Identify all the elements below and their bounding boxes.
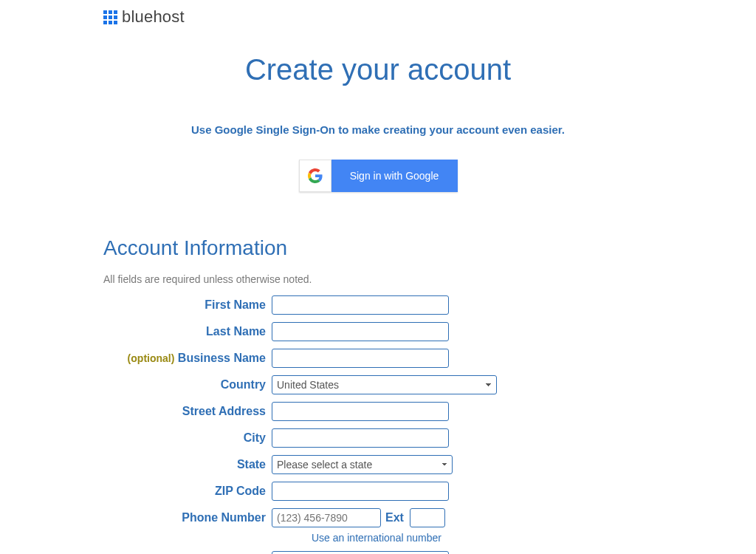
required-fields-note: All fields are required unless otherwise… <box>103 273 664 285</box>
city-field[interactable] <box>272 428 449 448</box>
google-icon <box>299 160 331 192</box>
country-select[interactable]: United States <box>272 375 497 394</box>
phone-field[interactable] <box>272 508 381 527</box>
ext-field[interactable] <box>410 508 445 527</box>
first-name-field[interactable] <box>272 295 449 315</box>
sign-in-with-google-button[interactable]: Sign in with Google <box>299 160 458 192</box>
last-name-field[interactable] <box>272 322 449 341</box>
label-ext: Ext <box>385 511 404 524</box>
grid-icon <box>103 10 117 24</box>
brand-logo: bluehost <box>103 7 756 27</box>
label-last-name: Last Name <box>103 325 272 338</box>
label-country: Country <box>103 378 272 391</box>
label-phone: Phone Number <box>103 511 272 524</box>
label-street-address: Street Address <box>103 405 272 418</box>
email-field[interactable] <box>272 551 449 554</box>
zip-field[interactable] <box>272 482 449 501</box>
optional-tag: (optional) <box>128 352 175 364</box>
section-title-account-info: Account Information <box>103 236 664 260</box>
page-title: Create your account <box>0 53 756 86</box>
label-business-name: Business Name <box>178 352 266 364</box>
brand-name: bluehost <box>122 7 185 27</box>
label-city: City <box>103 431 272 445</box>
label-zip: ZIP Code <box>103 485 272 498</box>
label-first-name: First Name <box>103 298 272 312</box>
label-state: State <box>103 458 272 471</box>
sso-blurb: Use Google Single Sign-On to make creati… <box>0 123 756 136</box>
state-select[interactable]: Please select a state <box>272 455 453 474</box>
business-name-field[interactable] <box>272 349 449 368</box>
google-button-label: Sign in with Google <box>331 160 458 192</box>
street-address-field[interactable] <box>272 402 449 421</box>
international-number-link[interactable]: Use an international number <box>312 532 441 544</box>
